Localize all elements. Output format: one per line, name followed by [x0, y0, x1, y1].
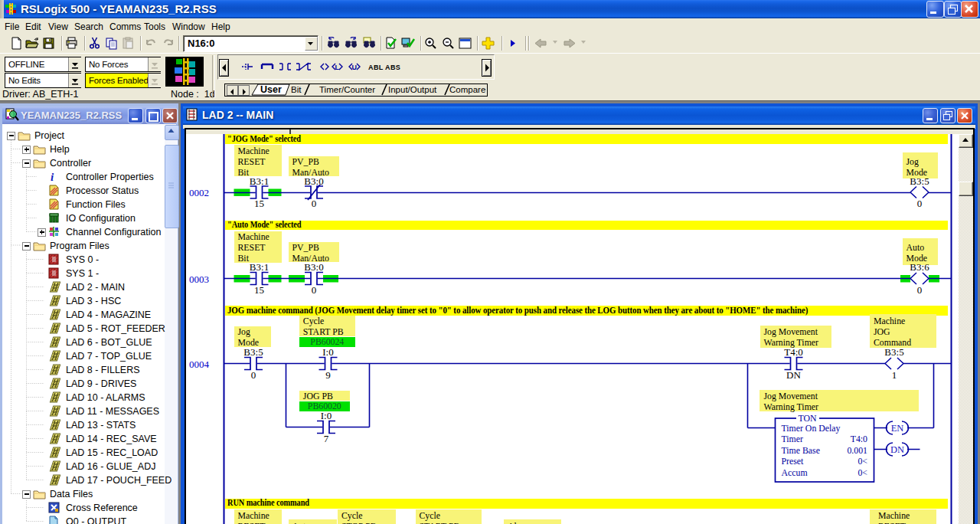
- svg-text:EN: EN: [891, 423, 904, 434]
- svg-text:DN: DN: [890, 444, 904, 455]
